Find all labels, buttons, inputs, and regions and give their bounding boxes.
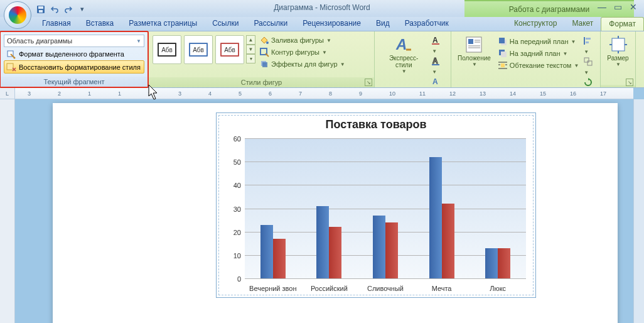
- shape-effects-button[interactable]: Эффекты для фигур▼: [257, 58, 347, 70]
- align-button[interactable]: ▼: [583, 36, 596, 55]
- tab-references[interactable]: Ссылки: [205, 17, 246, 31]
- text-fill-icon: A: [431, 35, 441, 45]
- chart-category-group[interactable]: [357, 138, 414, 278]
- shape-fill-button[interactable]: Заливка фигуры▼: [257, 35, 347, 46]
- ruler-tick: 9: [359, 88, 362, 99]
- office-button[interactable]: [4, 1, 31, 29]
- chart-bar[interactable]: [442, 204, 454, 278]
- svg-rect-17: [468, 39, 473, 44]
- chart-object[interactable]: Поставка товаров 0102030405060 Вечерний …: [216, 112, 536, 298]
- chart-bar[interactable]: [316, 206, 329, 278]
- chart-bar[interactable]: [329, 227, 341, 278]
- tab-page-layout[interactable]: Разметка страницы: [121, 17, 205, 31]
- chart-x-tick-label: Сливочный: [357, 285, 414, 292]
- window-title: Диаграмма - Microsoft Word: [196, 3, 448, 12]
- chart-category-group[interactable]: [245, 138, 301, 278]
- tab-chart-layout[interactable]: Макет: [564, 17, 601, 31]
- chart-x-tick-label: Вечерний звон: [245, 285, 301, 292]
- svg-rect-2: [39, 10, 43, 13]
- bring-to-front-button[interactable]: На передний план▼: [496, 36, 581, 47]
- ruler-tick: 8: [329, 88, 332, 99]
- horizontal-ruler[interactable]: 3211234567891011121314151617: [15, 88, 633, 99]
- chart-elements-combo[interactable]: Область диаграммы ▼: [4, 35, 144, 47]
- svg-rect-35: [588, 61, 592, 65]
- tab-insert[interactable]: Вставка: [78, 17, 122, 31]
- ruler-tick: 14: [510, 88, 516, 99]
- ruler-tick: 6: [269, 88, 272, 99]
- shape-style-preset-1[interactable]: Абв: [153, 35, 181, 64]
- group-objects-button[interactable]: ▼: [583, 57, 596, 75]
- text-outline-button[interactable]: A▼: [431, 56, 447, 75]
- shape-style-gallery-scroll[interactable]: ▲▼▾: [246, 35, 255, 63]
- restore-button[interactable]: ▭: [611, 1, 625, 13]
- chart-bar[interactable]: [385, 222, 398, 278]
- svg-text:A: A: [395, 36, 407, 53]
- shape-style-preset-3[interactable]: Абв: [215, 35, 244, 64]
- svg-rect-9: [262, 62, 267, 67]
- chart-category-group[interactable]: [414, 138, 470, 278]
- chart-bars: [245, 138, 526, 278]
- chart-plot-area[interactable]: 0102030405060: [245, 138, 526, 278]
- dropdown-icon: ▼: [402, 68, 407, 74]
- chart-title[interactable]: Поставка товаров: [217, 118, 535, 131]
- chart-bar[interactable]: [498, 248, 510, 278]
- chart-x-axis[interactable]: Вечерний звонРоссийскийСливочныйМечтаЛюк…: [245, 285, 526, 292]
- size-button[interactable]: Размер ▼: [603, 33, 632, 68]
- redo-icon[interactable]: [62, 3, 75, 16]
- shape-outline-button[interactable]: Контур фигуры▼: [257, 47, 347, 58]
- svg-rect-33: [586, 41, 589, 43]
- position-button[interactable]: Положение ▼: [454, 33, 495, 68]
- ruler-tick: 15: [540, 88, 546, 99]
- tab-home[interactable]: Главная: [35, 17, 78, 31]
- text-wrap-button[interactable]: Обтекание текстом▼: [496, 60, 581, 71]
- shape-style-preset-2[interactable]: Абв: [184, 35, 213, 64]
- chart-bar[interactable]: [429, 157, 442, 278]
- send-to-back-button[interactable]: На задний план▼: [496, 48, 581, 59]
- gallery-more-icon[interactable]: ▾: [246, 54, 255, 63]
- page: Поставка товаров 0102030405060 Вечерний …: [53, 103, 618, 323]
- chart-bar[interactable]: [485, 248, 498, 278]
- document-canvas[interactable]: Поставка товаров 0102030405060 Вечерний …: [15, 99, 644, 323]
- dialog-launcher-icon[interactable]: ↘: [365, 79, 372, 86]
- tab-chart-format[interactable]: Формат: [601, 17, 644, 31]
- svg-text:A: A: [432, 36, 438, 45]
- tab-view[interactable]: Вид: [368, 17, 397, 31]
- vertical-ruler[interactable]: [0, 99, 15, 323]
- chart-bar[interactable]: [373, 216, 385, 278]
- chart-y-tick-label: 0: [237, 275, 245, 283]
- dropdown-icon: ▼: [322, 50, 327, 55]
- chart-category-group[interactable]: [301, 138, 358, 278]
- wordart-quick-styles-button[interactable]: A Экспресс-стили ▼: [377, 33, 430, 75]
- vertical-scrollbar[interactable]: [633, 99, 644, 323]
- ruler-tick: 13: [480, 88, 486, 99]
- group-current-selection-title: Текущий фрагмент: [1, 77, 148, 87]
- undo-icon[interactable]: [48, 3, 61, 16]
- text-fill-button[interactable]: A▼: [431, 35, 447, 54]
- ruler-tick: 2: [58, 88, 61, 99]
- reset-style-button[interactable]: Восстановить форматирование стиля: [4, 60, 144, 74]
- chart-y-tick-label: 60: [233, 135, 245, 143]
- svg-rect-36: [612, 38, 625, 51]
- tab-developer[interactable]: Разработчик: [397, 17, 456, 31]
- chart-category-group[interactable]: [470, 138, 526, 278]
- ribbon-tabbar: Главная Вставка Разметка страницы Ссылки…: [0, 17, 644, 31]
- tab-review[interactable]: Рецензирование: [295, 17, 368, 31]
- tab-chart-design[interactable]: Конструктор: [507, 17, 564, 31]
- ruler-tick: 17: [600, 88, 606, 99]
- ruler-tick: 10: [389, 88, 395, 99]
- qat-menu-icon[interactable]: ▾: [76, 3, 89, 16]
- save-icon[interactable]: [35, 3, 47, 16]
- chart-y-tick-label: 40: [233, 182, 245, 189]
- chart-bar[interactable]: [260, 225, 273, 278]
- scroll-up-icon[interactable]: ▲: [246, 35, 255, 45]
- text-wrap-icon: [498, 60, 508, 70]
- close-button[interactable]: ✕: [626, 1, 640, 13]
- ruler-tick: 12: [449, 88, 456, 99]
- chart-bar[interactable]: [273, 239, 286, 278]
- dropdown-icon: ▼: [340, 62, 345, 67]
- minimize-button[interactable]: —: [595, 1, 609, 13]
- format-selection-button[interactable]: Формат выделенного фрагмента: [4, 47, 144, 60]
- dialog-launcher-icon[interactable]: ↘: [626, 79, 633, 86]
- scroll-down-icon[interactable]: ▼: [246, 45, 255, 54]
- tab-mailings[interactable]: Рассылки: [246, 17, 295, 31]
